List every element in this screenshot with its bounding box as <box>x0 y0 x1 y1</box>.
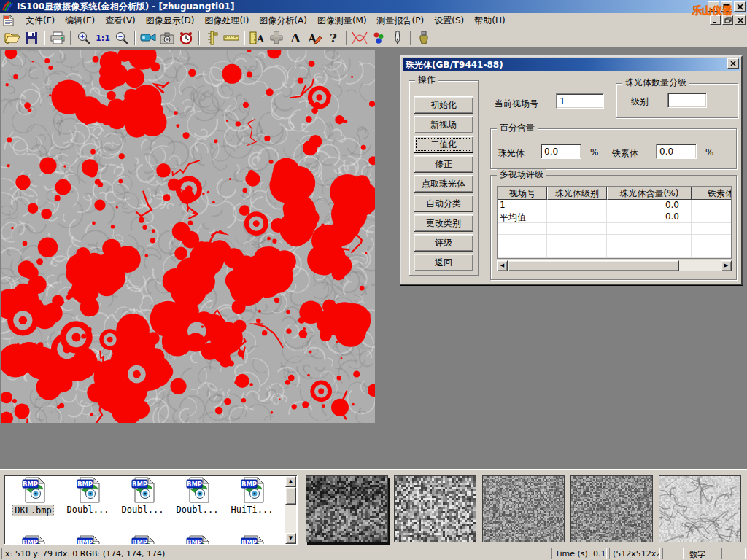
file-item[interactable]: BMP <box>170 535 225 545</box>
table-hscrollbar[interactable]: ◀ ▶ <box>497 260 732 271</box>
print-icon[interactable] <box>48 29 67 47</box>
close-button[interactable] <box>734 1 746 12</box>
pearlite-input[interactable] <box>541 144 581 159</box>
toolbar: 1:1 A A A ? <box>0 28 747 48</box>
thumbnail-4[interactable] <box>570 475 653 542</box>
metallograph-image[interactable] <box>1 50 375 423</box>
bottom-panel: BMPDKF.bmpBMPDoubl...BMPDoubl...BMPDoubl… <box>0 469 747 547</box>
status-spare-2 <box>662 548 684 559</box>
menu-item[interactable]: 图像分析(A) <box>254 13 312 28</box>
file-item[interactable]: BMP <box>115 535 170 545</box>
thumbnail-5[interactable] <box>659 475 741 542</box>
file-item[interactable]: BMPHuiTi... <box>225 477 279 516</box>
file-vscrollbar[interactable]: ▲ ▼ <box>285 476 296 544</box>
table-header-cell: 珠光体含量(%) <box>607 187 692 200</box>
table-row[interactable] <box>498 246 731 258</box>
toolbar-separator <box>346 31 347 45</box>
table-row[interactable]: 10.0 <box>498 200 731 211</box>
dialog-button[interactable]: 二值化 <box>414 136 473 153</box>
toolbar-separator <box>410 31 411 45</box>
dialog-button[interactable]: 返回 <box>414 254 473 271</box>
window-titlebar[interactable]: IS100显微摄像系统(金相分析版) - [zhuguangti01] <box>0 0 747 13</box>
help-icon[interactable]: ? <box>324 29 343 47</box>
menu-item[interactable]: 文件(F) <box>20 13 60 28</box>
table-row[interactable] <box>498 235 731 246</box>
dialog-button[interactable]: 自动分类 <box>414 195 473 212</box>
level-input[interactable] <box>667 93 707 108</box>
ruler-icon[interactable] <box>222 29 241 47</box>
dialog-button[interactable]: 更改类别 <box>414 214 473 232</box>
dialog-button[interactable]: 新视场 <box>414 116 473 133</box>
thumbnail-2[interactable] <box>394 475 476 542</box>
scroll-left-icon[interactable]: ◀ <box>497 260 508 271</box>
timer-icon[interactable] <box>177 29 196 47</box>
phase-dots-icon[interactable] <box>369 29 388 47</box>
document-icon[interactable] <box>2 15 15 26</box>
file-item[interactable]: BMP <box>225 535 279 545</box>
svg-text:BMP: BMP <box>77 539 92 545</box>
menu-item[interactable]: 查看(V) <box>100 13 141 28</box>
svg-text:BMP: BMP <box>241 481 256 488</box>
font-icon[interactable]: A <box>286 29 305 47</box>
svg-text:BMP: BMP <box>186 539 201 545</box>
svg-text:BMP: BMP <box>131 539 147 545</box>
save-icon[interactable] <box>22 29 41 47</box>
dialog-button[interactable]: 点取珠光体 <box>414 175 473 192</box>
dialog-button[interactable]: 评级 <box>414 234 473 252</box>
camera-capture-icon[interactable] <box>158 29 177 47</box>
toolbar-separator <box>244 31 245 45</box>
menu-item[interactable]: 图像测量(M) <box>312 13 372 28</box>
current-field-label: 当前视场号 <box>495 98 538 110</box>
grid-cross-icon[interactable] <box>267 29 286 47</box>
pen-icon[interactable] <box>388 29 407 47</box>
file-browser[interactable]: BMPDKF.bmpBMPDoubl...BMPDoubl...BMPDoubl… <box>4 475 298 545</box>
actual-size-icon[interactable]: 1:1 <box>93 29 112 47</box>
bmp-file-icon: BMP <box>185 477 210 503</box>
file-item[interactable]: BMP <box>6 535 61 545</box>
file-item[interactable]: BMPDKF.bmp <box>6 477 61 516</box>
zoom-in-icon[interactable] <box>74 29 93 47</box>
table-row[interactable] <box>498 223 731 235</box>
menu-item[interactable]: 图像显示(D) <box>141 13 200 28</box>
menu-items: 文件(F)编辑(E)查看(V)图像显示(D)图像处理(I)图像分析(A)图像测量… <box>20 13 511 28</box>
menu-item[interactable]: 编辑(E) <box>60 13 100 28</box>
table-row[interactable]: 平均值0.0 <box>498 211 731 223</box>
zoom-out-icon[interactable] <box>112 29 131 47</box>
menu-item[interactable]: 帮助(H) <box>469 13 510 28</box>
thumbnail-3[interactable] <box>482 475 565 542</box>
scroll-up-icon[interactable]: ▲ <box>285 476 296 487</box>
file-item[interactable]: BMP <box>61 535 115 545</box>
scroll-right-icon[interactable]: ▶ <box>721 260 732 271</box>
file-label: Doubl... <box>66 505 111 515</box>
menu-item[interactable]: 图像处理(I) <box>199 13 254 28</box>
dialog-button[interactable]: 初始化 <box>414 96 473 114</box>
grading-group-title: 珠光体数量分级 <box>622 77 689 88</box>
vscroll-thumb[interactable] <box>285 487 296 505</box>
current-field-input[interactable] <box>556 93 604 109</box>
child-close-button[interactable] <box>735 15 746 25</box>
pearlite-label: 珠光体 <box>498 147 525 160</box>
ferrite-input[interactable] <box>656 144 697 159</box>
file-item[interactable]: BMPDoubl... <box>170 477 225 516</box>
file-label: Doubl... <box>120 505 166 515</box>
open-icon[interactable] <box>3 29 22 47</box>
scroll-down-icon[interactable]: ▼ <box>285 533 296 544</box>
menu-item[interactable]: 测量报告(P) <box>372 13 430 28</box>
measure-text-icon[interactable]: A <box>248 29 267 47</box>
thumbnail-1[interactable] <box>306 475 388 542</box>
video-capture-icon[interactable] <box>139 29 158 47</box>
hscroll-thumb[interactable] <box>508 260 679 271</box>
dialog-titlebar[interactable]: 珠光体(GB/T9441-88) <box>403 58 740 71</box>
file-item[interactable]: BMPDoubl... <box>115 477 170 516</box>
menu-item[interactable]: 设置(S) <box>429 13 469 28</box>
status-image-size: (512x512x24) <box>609 548 660 559</box>
dialog-button[interactable]: 修正 <box>414 155 473 173</box>
curve-tool-icon[interactable] <box>350 29 369 47</box>
caliper-icon[interactable] <box>203 29 222 47</box>
annotate-icon[interactable]: A <box>305 29 324 47</box>
table-header: 视场号珠光体级别珠光体含量(%)铁素体 <box>498 187 731 200</box>
brush-icon[interactable] <box>414 29 433 47</box>
file-item[interactable]: BMPDoubl... <box>61 477 115 516</box>
toolbar-separator <box>44 31 45 45</box>
dialog-close-button[interactable] <box>727 58 739 69</box>
